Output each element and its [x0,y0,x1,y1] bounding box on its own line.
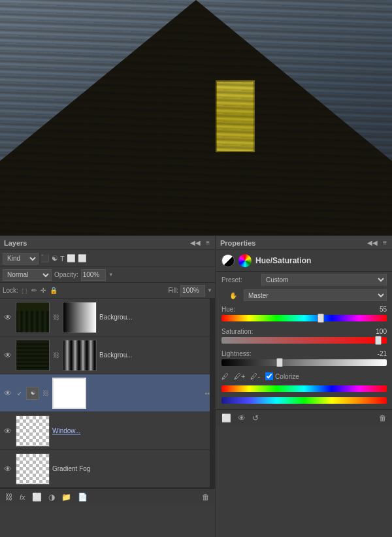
layer-name: Gradient Fog [52,465,212,472]
fill-label: Fill: [169,287,179,294]
channel-hand-icon: ✋ [229,292,237,299]
saturation-slider-track[interactable] [221,337,387,344]
layers-collapse-icon[interactable]: ◀◀ [189,238,202,247]
huesat-header: Hue/Saturation [216,250,392,272]
opacity-arrow[interactable]: ▼ [108,272,114,278]
preset-label: Preset: [221,276,257,284]
link-layers-icon[interactable]: ⛓ [4,491,14,503]
layers-toolbar-1: Kind ⬛ ☯ T ⬜ ⬜ [0,250,215,267]
layers-scrollbar[interactable] [210,299,215,488]
properties-panel-header: Properties ◀◀ ≡ [216,236,392,250]
channel-row: ✋ Master [216,287,392,303]
filter-pixel-icon[interactable]: ⬛ [41,254,50,263]
group-icon[interactable]: 📁 [60,491,73,503]
filter-adjust-icon[interactable]: ☯ [52,254,58,263]
delete-layer-icon[interactable]: 🗑 [201,491,211,503]
layer-row[interactable]: 👁 ⛓ Backgrou... [0,299,215,336]
hue-slider-track[interactable] [221,315,387,321]
layers-toolbar-2: Normal Opacity: ▼ [0,267,215,283]
lock-pixels-icon[interactable]: ⬚ [20,287,29,295]
colorize-checkbox[interactable] [265,372,273,380]
blend-mode-select[interactable]: Normal [3,269,52,281]
channel-select[interactable]: Master [244,289,387,301]
properties-panel-title: Properties [220,239,255,247]
colorize-label: Colorize [275,373,299,380]
lock-label: Lock: [3,287,18,294]
colorize-checkbox-row[interactable]: Colorize [265,372,299,380]
eyedropper-icon[interactable]: 🖊 [221,372,229,380]
prop-reset-icon[interactable]: ↺ [251,412,260,424]
layer-thumbnail [16,415,50,447]
layer-adjustment-thumbnail: ☯ [26,387,39,400]
properties-bottom-toolbar: ⬜ 👁 ↺ 🗑 [216,409,392,426]
lightness-slider-handle[interactable] [276,358,283,367]
lock-move-icon[interactable]: ✛ [39,286,47,295]
filter-shape-icon[interactable]: ⬜ [67,254,76,263]
hue-value: 55 [368,306,387,313]
properties-header-icons: ◀◀ ≡ [366,238,388,247]
eyedropper-minus-icon[interactable]: 🖊- [250,372,260,380]
layer-name: Backgrou... [99,351,212,359]
layer-adjustment-arrow: ↙ [16,389,24,397]
prop-delete-icon[interactable]: 🗑 [378,412,388,424]
layer-link-icon: ⛓ [42,389,50,397]
saturation-value: 100 [368,328,387,335]
layer-visibility-toggle[interactable]: 👁 [3,464,13,474]
layers-toolbar-3: Lock: ⬚ ✏ ✛ 🔒 Fill: ▼ [0,283,215,299]
layer-thumbnail [16,340,50,371]
lock-all-icon[interactable]: 🔒 [48,286,59,295]
hue-label: Hue: [221,306,235,313]
new-layer-icon[interactable]: 📄 [76,491,89,503]
saturation-label: Saturation: [221,328,253,335]
layer-name: Backgrou... [99,314,212,321]
layer-row[interactable]: 👁 Window... [0,412,215,450]
layer-visibility-toggle[interactable]: 👁 [3,312,13,323]
layer-mask-thumbnail [63,340,97,371]
preset-row: Preset: Custom [216,272,392,287]
adjustment-layer-icon[interactable]: ◑ [47,491,56,503]
layer-mask-thumbnail [52,378,86,409]
adjustment-bw-icon [221,254,235,267]
hue-slider-handle[interactable] [318,314,324,323]
prop-view-icon[interactable]: 👁 [237,412,247,424]
layer-row[interactable]: 👁 ⛓ Backgrou... [0,336,215,374]
lightness-value: -21 [368,350,387,357]
color-bar-rainbow [221,385,387,392]
layers-menu-icon[interactable]: ≡ [204,238,211,247]
fx-icon[interactable]: fx [18,492,27,502]
preset-select[interactable]: Custom [261,274,387,285]
saturation-slider-handle[interactable] [375,336,382,345]
layer-visibility-toggle[interactable]: 👁 [3,426,13,436]
color-bar-row-2 [216,395,392,406]
properties-panel: Properties ◀◀ ≡ Hue/Saturation Preset: C… [216,235,392,537]
properties-menu-icon[interactable]: ≡ [382,238,388,247]
kind-select[interactable]: Kind [3,253,39,265]
opacity-label: Opacity: [54,271,78,278]
colorize-row: 🖊 🖊+ 🖊- Colorize [216,370,392,383]
hue-slider-row: Hue: 55 [216,303,392,325]
lightness-slider-track[interactable] [221,359,387,366]
layer-row[interactable]: 👁 ↙ ☯ ⛓ ••• [0,374,215,412]
layers-bottom-toolbar: ⛓ fx ⬜ ◑ 📁 📄 🗑 [0,488,215,505]
layer-row[interactable]: 👁 Gradient Fog [0,450,215,488]
filter-type-icon[interactable]: T [60,255,65,263]
filter-smart-icon[interactable]: ⬜ [78,254,87,263]
layers-panel-title: Layers [4,239,27,247]
layer-visibility-toggle[interactable]: 👁 [3,350,13,361]
layer-name: Window... [52,427,212,434]
fill-input[interactable] [180,285,205,297]
add-mask-icon[interactable]: ⬜ [31,491,43,503]
huesat-title: Hue/Saturation [255,256,311,265]
fill-arrow[interactable]: ▼ [207,287,212,293]
layer-mask-thumbnail [63,302,97,333]
layer-thumbnail [16,453,50,485]
lock-paint-icon[interactable]: ✏ [30,286,38,295]
eyedropper-plus-icon[interactable]: 🖊+ [234,372,245,380]
layers-panel-header-icons: ◀◀ ≡ [189,238,211,247]
opacity-input[interactable] [81,269,106,281]
properties-collapse-icon[interactable]: ◀◀ [366,238,379,247]
prop-clip-icon[interactable]: ⬜ [220,412,233,424]
saturation-slider-row: Saturation: 100 [216,325,392,348]
layer-visibility-toggle[interactable]: 👁 [3,388,13,399]
color-bar-row-1 [216,383,392,395]
